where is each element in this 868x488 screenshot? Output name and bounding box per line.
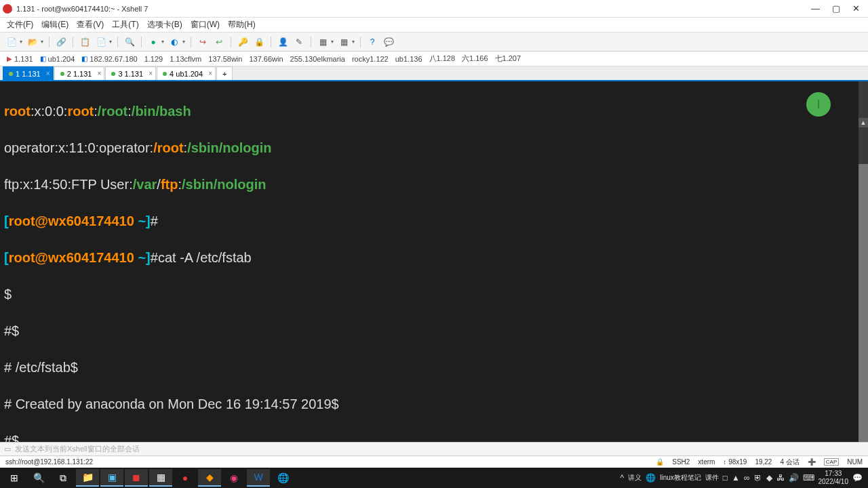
tab-close-icon[interactable]: × <box>98 70 102 77</box>
tray-notification-icon[interactable]: 💬 <box>852 473 863 483</box>
tray-app-icon[interactable]: ∞ <box>744 473 750 483</box>
minimize-button[interactable]: — <box>811 3 820 14</box>
taskview-button[interactable]: ⧉ <box>52 469 75 487</box>
statusbar: ssh://root@192.168.1.131:22 🔒 SSH2 xterm… <box>0 455 868 468</box>
tab-close-icon[interactable]: × <box>149 70 153 77</box>
color-icon[interactable]: ◐ <box>168 36 180 48</box>
key-icon[interactable]: 🔑 <box>237 36 249 48</box>
search-button[interactable]: 🔍 <box>27 469 50 487</box>
menubar: 文件(F) 编辑(E) 查看(V) 工具(T) 选项卡(B) 窗口(W) 帮助(… <box>0 18 868 33</box>
compose-icon: ▭ <box>4 445 11 453</box>
host-shortcut[interactable]: 137.66win <box>249 55 283 63</box>
host-shortcut[interactable]: ◧182.92.67.180 <box>81 55 137 63</box>
tray-ime-icon[interactable]: ⌨ <box>803 473 814 483</box>
tray-app-icon[interactable]: ⛨ <box>754 473 762 483</box>
tray-app-icon[interactable]: □ <box>723 473 728 483</box>
menu-tab[interactable]: 选项卡(B) <box>147 19 182 30</box>
edit-icon[interactable]: ✎ <box>293 36 305 48</box>
host-shortcut[interactable]: 七1.207 <box>495 54 521 64</box>
chrome-icon[interactable]: 🌐 <box>271 469 294 487</box>
tray-app-icon[interactable]: ▲ <box>732 473 740 483</box>
system-tray: ^ 讲义 🌐 linux教程笔记 课件 □ ▲ ∞ ⛨ ◆ 🖧 🔊 ⌨ 17:3… <box>620 470 865 486</box>
titlebar: 1.131 - root@wx604174410:~ - Xshell 7 — … <box>0 0 868 18</box>
tray-text[interactable]: 课件 <box>705 473 719 483</box>
app-icon-orange[interactable]: ◆ <box>198 469 221 487</box>
host-shortcut[interactable]: ub1.136 <box>395 55 422 63</box>
layout1-icon[interactable]: ▦ <box>317 36 329 48</box>
word-icon[interactable]: W <box>247 469 270 487</box>
host-icon: ◧ <box>81 55 87 62</box>
menu-help[interactable]: 帮助(H) <box>228 19 256 30</box>
forward-icon[interactable]: ↩ <box>213 36 225 48</box>
globe-icon[interactable]: ● <box>147 36 159 48</box>
scroll-up-icon[interactable]: ▲ <box>859 118 868 127</box>
terminal[interactable]: root:x:0:0:root:/root:/bin/bash operator… <box>0 81 868 442</box>
reconnect-icon[interactable]: 🔗 <box>55 36 67 48</box>
start-button[interactable]: ⊞ <box>3 469 26 487</box>
tray-text[interactable]: linux教程笔记 <box>660 473 701 483</box>
host-icon: ◧ <box>40 55 46 62</box>
user-icon[interactable]: 👤 <box>277 36 289 48</box>
host-shortcut[interactable]: rocky1.122 <box>352 55 389 63</box>
copy-icon[interactable]: 📋 <box>79 36 91 48</box>
host-shortcut[interactable]: 1.13cflvm <box>170 55 201 63</box>
help-icon[interactable]: ? <box>366 36 378 48</box>
find-icon[interactable]: 🔍 <box>123 36 136 48</box>
status-cap: CAP <box>824 458 839 466</box>
status-pos: 19,22 <box>755 458 772 466</box>
status-proto: SSH2 <box>672 458 690 466</box>
maximize-button[interactable]: ▢ <box>832 3 840 14</box>
tab-session-2[interactable]: 2 1.131× <box>54 66 105 80</box>
back-icon[interactable]: ↪ <box>197 36 209 48</box>
tab-add-button[interactable]: + <box>216 66 233 80</box>
host-shortcut[interactable]: 255.130elkmaria <box>290 55 345 63</box>
tray-text[interactable]: 讲义 <box>628 473 642 483</box>
tab-session-4[interactable]: 4 ub1.204× <box>157 66 216 80</box>
windows-taskbar: ⊞ 🔍 ⧉ 📁 ▣ ◼ ▦ ● ◆ ◉ W 🌐 ^ 讲义 🌐 linux教程笔记… <box>0 468 868 488</box>
open-icon[interactable]: 📂 <box>26 36 39 48</box>
host-shortcut[interactable]: 六1.166 <box>462 54 488 64</box>
paste-icon[interactable]: 📄 <box>95 36 107 48</box>
tray-network-icon[interactable]: 🖧 <box>776 473 785 483</box>
app-icon-pink[interactable]: ◉ <box>222 469 245 487</box>
host-shortcut[interactable]: 137.58win <box>208 55 242 63</box>
host-shortcut[interactable]: ◧ub1.204 <box>40 55 75 63</box>
tab-session-1[interactable]: 1 1.131× <box>3 66 54 80</box>
tab-close-icon[interactable]: × <box>208 70 212 77</box>
new-session-icon[interactable]: 📄 <box>5 36 18 48</box>
status-add-icon[interactable]: ➕ <box>808 458 816 466</box>
layout2-icon[interactable]: ▦ <box>338 36 350 48</box>
menu-window[interactable]: 窗口(W) <box>191 19 220 30</box>
status-lock-icon: 🔒 <box>656 458 664 466</box>
app-icon-grid[interactable]: ▦ <box>149 469 172 487</box>
menu-tools[interactable]: 工具(T) <box>112 19 138 30</box>
tab-close-icon[interactable]: × <box>46 70 50 77</box>
lock-icon[interactable]: 🔒 <box>253 36 265 48</box>
status-term: xterm <box>698 458 715 466</box>
tray-up-icon[interactable]: ^ <box>620 473 625 483</box>
app-icon <box>3 4 12 14</box>
tray-clock[interactable]: 17:332022/4/10 <box>818 470 849 486</box>
host-shortcut[interactable]: 1.129 <box>144 55 163 63</box>
app-icon-rec[interactable]: ● <box>174 469 197 487</box>
status-connection: ssh://root@192.168.1.131:22 <box>5 458 656 466</box>
host-shortcut[interactable]: ▶1.131 <box>7 55 33 63</box>
annotation-marker: I <box>806 92 831 117</box>
close-button[interactable]: ✕ <box>852 3 860 14</box>
tab-session-3[interactable]: 3 1.131× <box>105 66 156 80</box>
chat-icon[interactable]: 💬 <box>382 36 395 48</box>
tray-volume-icon[interactable]: 🔊 <box>789 473 799 483</box>
host-icon: ▶ <box>7 55 12 62</box>
menu-file[interactable]: 文件(F) <box>7 19 33 30</box>
hostbar: ▶1.131 ◧ub1.204 ◧182.92.67.180 1.129 1.1… <box>0 52 868 66</box>
host-shortcut[interactable]: 八1.128 <box>429 54 456 64</box>
app-icon-red[interactable]: ◼ <box>125 469 148 487</box>
terminal-scrollbar[interactable]: ▲ ▼ <box>859 81 868 442</box>
edge-icon[interactable]: ▣ <box>100 469 123 487</box>
scroll-thumb[interactable] <box>859 164 868 442</box>
explorer-icon[interactable]: 📁 <box>76 469 99 487</box>
compose-bar[interactable]: ▭ 发送文本到当前Xshell窗口的全部会话 <box>0 442 868 455</box>
menu-view[interactable]: 查看(V) <box>77 19 104 30</box>
menu-edit[interactable]: 编辑(E) <box>41 19 68 30</box>
tray-app-icon[interactable]: ◆ <box>766 473 772 483</box>
